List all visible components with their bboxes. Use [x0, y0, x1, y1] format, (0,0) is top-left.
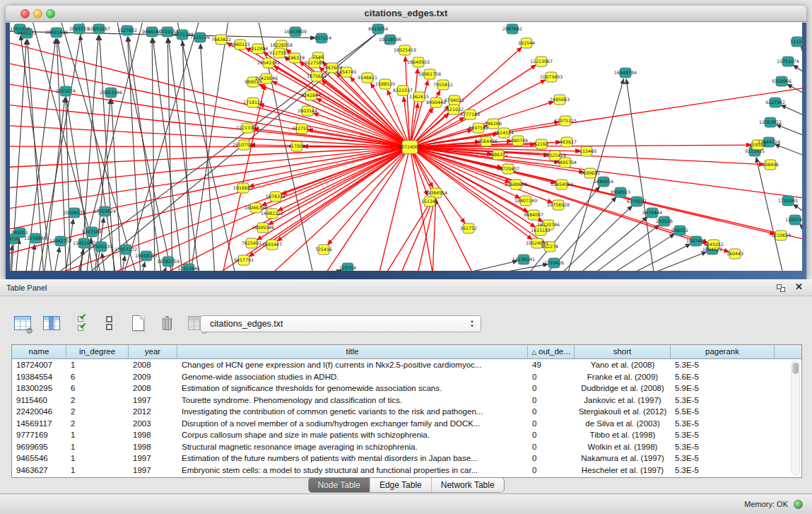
table-row[interactable]: 911546021997Tourette syndrome. Phenomeno…	[12, 395, 801, 407]
column-header-in_degree[interactable]: in_degree	[66, 345, 129, 358]
graph-node-label: 9960125	[230, 42, 250, 47]
graph-node-label: 62160	[534, 141, 548, 146]
window-titlebar[interactable]: citations_edges.txt	[6, 6, 806, 22]
column-header-out_de[interactable]: △out_de...	[528, 345, 575, 358]
table-cell: Tourette syndrome. Phenomenology and cla…	[177, 395, 528, 407]
graph-node-label: 10688609	[505, 182, 527, 187]
create-column-icon[interactable]	[129, 314, 148, 333]
graph-edge	[259, 84, 410, 147]
table-cell: Yano et al. (2008)	[575, 359, 671, 371]
graph-node-label: 7663822	[211, 37, 231, 42]
graph-edge	[410, 147, 434, 271]
table-row[interactable]: 1456911722003Disruption of a novel membe…	[12, 418, 801, 430]
float-panel-icon[interactable]	[777, 284, 785, 292]
graph-node-label: 16053809	[284, 29, 307, 34]
graph-node-label: 39139	[10, 236, 20, 241]
table-cell: de Silva et al. (2003)	[575, 418, 671, 430]
graph-node-label: 19654923	[551, 182, 573, 187]
network-view[interactable]: 1055328940557220691406209371910653287152…	[10, 23, 802, 271]
graph-edge	[775, 144, 802, 158]
table-row[interactable]: 946362711997Embryonic stem cells: a mode…	[12, 465, 801, 477]
graph-node-label: 936151	[671, 228, 688, 233]
table-row[interactable]: 2242004622012Investigating the contribut…	[12, 406, 801, 418]
column-header-year[interactable]: year	[129, 345, 177, 358]
table-row[interactable]: 1872400712008Changes of HCN gene express…	[12, 359, 801, 371]
zoom-window-button[interactable]	[46, 9, 55, 18]
graph-node-label: 9463627	[557, 139, 577, 144]
table-cell: Jankovic et al. (1997)	[575, 395, 671, 407]
column-header-pagerank[interactable]: pagerank	[671, 345, 775, 358]
graph-node-label: 17957272	[114, 247, 137, 252]
close-panel-icon[interactable]: ✕	[795, 281, 803, 292]
tab-edge-table[interactable]: Edge Table	[370, 478, 432, 492]
table-row[interactable]: 1938455462009Genome-wide association stu…	[12, 371, 801, 383]
graph-node-label: 1527602	[117, 28, 137, 33]
table-cell: 49	[528, 359, 575, 371]
graph-node-label: 20053346	[100, 90, 122, 95]
graph-node-label: 16099348	[252, 225, 274, 230]
graph-node-label: 9146821	[358, 75, 377, 80]
table-cell: 5.3E-5	[671, 441, 775, 453]
column-header-short[interactable]: short	[575, 345, 671, 358]
select-all-icon[interactable]: ✔ ✔	[71, 314, 90, 333]
table-row[interactable]: 1830029562008Estimation of significance …	[12, 382, 801, 395]
graph-node-label: 11124	[790, 39, 802, 44]
column-header-title[interactable]: title	[177, 345, 528, 358]
table-cell: Nakamura et al. (1997)	[575, 452, 671, 465]
table-cell: 9465546	[12, 452, 66, 465]
graph-edge	[607, 234, 674, 271]
graph-edge	[153, 38, 183, 271]
graph-node-label: 160443	[726, 251, 743, 256]
table-cell: Wolkin et al. (1998)	[575, 441, 671, 453]
graph-edge	[163, 267, 166, 271]
graph-edge	[756, 158, 784, 271]
graph-node-label: 746266	[485, 121, 502, 126]
status-bar: Memory: OK	[0, 493, 812, 514]
table-cell: 1998	[129, 429, 177, 441]
dropdown-stepper-icon: ▲▼	[470, 319, 474, 329]
graph-node-label: 7485063	[550, 97, 570, 102]
table-cell: 2003	[129, 418, 177, 430]
table-cell: 6	[66, 371, 129, 383]
graph-node-label: 12213383	[236, 125, 259, 130]
graph-node-label: 5878335	[266, 194, 286, 199]
close-window-button[interactable]	[20, 9, 30, 18]
scrollbar-thumb[interactable]	[792, 363, 799, 374]
table-cell: 9115460	[12, 395, 66, 407]
select-columns-icon[interactable]	[42, 314, 61, 333]
table-cell: 0	[528, 418, 575, 430]
table-selector-dropdown[interactable]: citations_edges.txt ▲▼	[200, 315, 481, 332]
sort-ascending-icon: △	[531, 349, 536, 356]
network-graph[interactable]: 1055328940557220691406209371910653287152…	[10, 23, 802, 271]
graph-node-label: 9215935	[745, 148, 765, 153]
vertical-scrollbar[interactable]	[791, 361, 800, 475]
delete-column-icon[interactable]	[158, 314, 177, 333]
graph-edge	[141, 262, 145, 271]
table-cell: Stergiakouli et al. (2012)	[575, 406, 671, 418]
graph-node-label: 20691406	[45, 30, 68, 35]
graph-node-label: 12975115	[554, 118, 577, 123]
table-settings-icon[interactable]: ⚙	[13, 314, 32, 333]
table-cell: 1997	[129, 452, 177, 465]
table-cell: 1998	[129, 441, 177, 453]
table-cell: Investigating the contribution of common…	[177, 406, 528, 418]
table-cell: 0	[528, 406, 575, 418]
graph-node-label: 1200745	[785, 217, 802, 222]
graph-node-label: 19384554	[425, 190, 447, 195]
table-row[interactable]: 946554611997Estimation of the future num…	[12, 452, 801, 465]
graph-node-label: 1733426	[544, 260, 564, 265]
table-row[interactable]: 969969511998Structural magnetic resonanc…	[12, 441, 801, 453]
minimize-window-button[interactable]	[33, 9, 42, 18]
tab-node-table[interactable]: Node Table	[308, 478, 370, 492]
graph-edge	[54, 247, 59, 271]
tab-network-table[interactable]: Network Table	[432, 478, 504, 492]
graph-node-label: 11156869	[24, 235, 47, 240]
graph-edge	[626, 79, 654, 271]
column-header-name[interactable]: name	[12, 345, 66, 358]
graph-edge	[433, 199, 436, 271]
graph-node-label: 161752	[460, 226, 477, 230]
unselect-all-icon[interactable]	[100, 314, 119, 333]
table-row[interactable]: 977716911998Corpus callosum shape and si…	[12, 429, 801, 441]
graph-node-label: 18495794	[554, 160, 577, 165]
graph-node-label: 17359924	[93, 209, 116, 214]
